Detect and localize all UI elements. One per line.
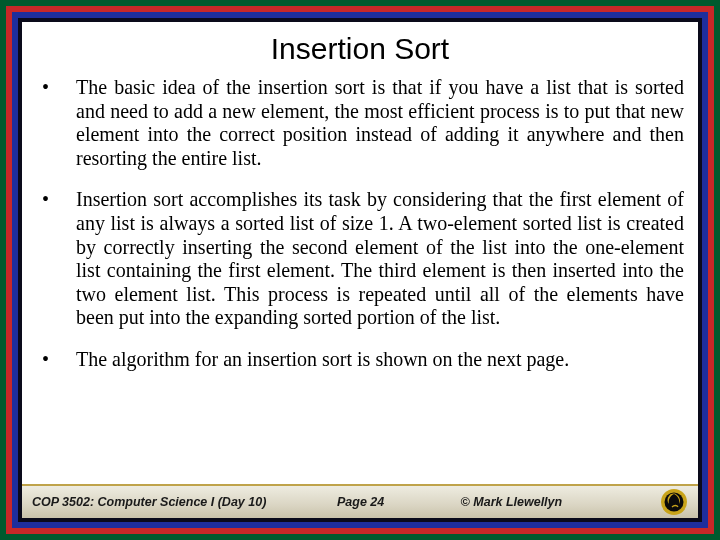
- svg-point-1: [664, 493, 683, 512]
- slide-title: Insertion Sort: [36, 32, 684, 66]
- footer-course: COP 3502: Computer Science I (Day 10): [32, 495, 281, 509]
- bullet-item: Insertion sort accomplishes its task by …: [36, 188, 684, 330]
- ucf-pegasus-logo-icon: [660, 488, 688, 516]
- footer-copyright: © Mark Llewellyn: [441, 495, 656, 509]
- bullet-item: The basic idea of the insertion sort is …: [36, 76, 684, 170]
- footer-page: Page 24: [281, 495, 441, 509]
- content-area: Insertion Sort The basic idea of the ins…: [22, 22, 698, 518]
- bullet-item: The algorithm for an insertion sort is s…: [36, 348, 684, 372]
- bullet-list: The basic idea of the insertion sort is …: [36, 76, 684, 372]
- slide: Insertion Sort The basic idea of the ins…: [0, 0, 720, 540]
- footer-bar: COP 3502: Computer Science I (Day 10) Pa…: [22, 484, 698, 518]
